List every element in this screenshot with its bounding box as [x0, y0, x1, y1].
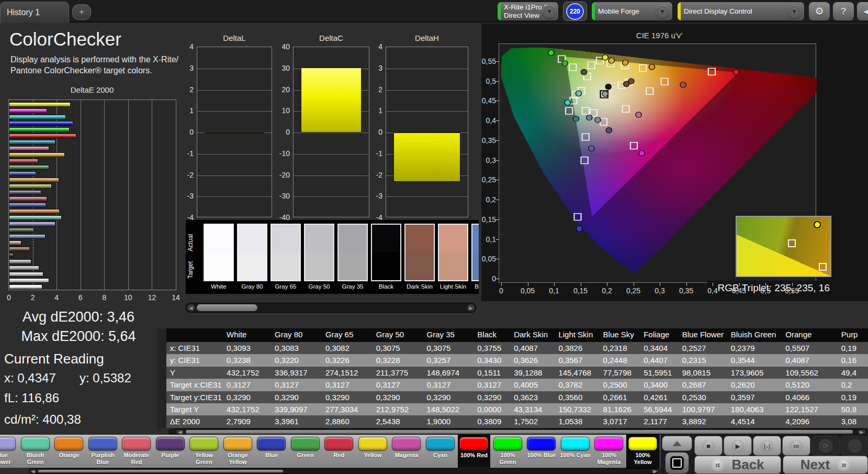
patch-preview-strip: Actual Target WhiteGray 80Gray 65Gray 50… [186, 220, 479, 294]
pattern-purple[interactable]: Purple [154, 435, 187, 468]
meter-dropdown[interactable]: X-Rite i1Pro 2 Direct View ▼ [497, 2, 559, 21]
pattern-window-button[interactable] [665, 452, 689, 474]
cie-x-tick-label: 0,05 [521, 286, 535, 295]
pattern-orange[interactable]: Orange [53, 435, 85, 468]
column-header: Light Skin [555, 328, 599, 342]
y-tick-label: -10 [272, 149, 290, 158]
pattern-100-green[interactable]: 100% Green [492, 435, 524, 468]
x-tick-label: 6 [78, 293, 83, 302]
y-tick-label: -3 [365, 192, 382, 200]
pattern-orange-yellow[interactable]: Orange Yellow [222, 435, 254, 468]
tick-mark [607, 283, 607, 286]
de-bar-100-yellow [9, 102, 71, 107]
meter-count-badge[interactable]: 220 [563, 2, 587, 21]
table-cell: 0,2379 [727, 342, 782, 354]
target-color [339, 252, 367, 280]
pattern-100-red[interactable]: 100% Red [458, 435, 490, 468]
pattern-purplish-blue[interactable]: Purplish Blue [87, 435, 119, 468]
scroll-right-icon[interactable]: ▶ [467, 304, 475, 311]
table-cell: 0,2448 [600, 354, 640, 366]
tick-mark [581, 283, 581, 286]
scroll-left-icon[interactable]: ◀ [187, 304, 195, 311]
color-chip [324, 437, 353, 450]
infinity-button[interactable]: ∞ [782, 436, 810, 456]
stop-button[interactable]: ■ [694, 436, 723, 456]
table-cell: 150,7332 [555, 403, 599, 415]
expand-panel-button[interactable] [662, 436, 692, 451]
tick-mark [496, 200, 499, 200]
table-row: Target Y432,1752339,9097277,3034212,9752… [157, 403, 868, 415]
column-header: Purp [838, 328, 868, 342]
next-button[interactable]: Next » [783, 456, 868, 474]
de-bar-orange [9, 209, 60, 214]
pattern-strip-scrollbar[interactable]: ◀ ▶ [29, 468, 659, 474]
blank-button[interactable] [841, 436, 868, 456]
pattern-green[interactable]: Green [289, 435, 322, 468]
pattern-100-yellow[interactable]: 100% Yellow [627, 435, 659, 468]
table-cell: 4,2096 [782, 415, 837, 427]
pattern-100-magenta[interactable]: 100% Magenta [593, 435, 625, 468]
play-button[interactable]: ▶ [724, 436, 752, 456]
table-cell: 0,2500 [600, 379, 640, 391]
patch-label: Gray 50 [304, 283, 334, 290]
scroll-left-icon[interactable]: ◀ [30, 470, 36, 472]
scroll-left-icon[interactable]: ◀ [176, 430, 184, 434]
collapse-button[interactable]: ◀ [856, 2, 868, 21]
meter-mode: Direct View [504, 12, 548, 20]
tick-mark [496, 140, 499, 141]
source-dropdown[interactable]: Mobile Forge ▼ [591, 2, 673, 21]
tab-history-1[interactable]: History 1 [0, 2, 69, 23]
pattern-bluish-green[interactable]: Bluish Green [19, 435, 52, 468]
back-button[interactable]: « Back [694, 456, 781, 474]
scroll-right-icon[interactable]: ▶ [652, 470, 658, 472]
gridline [294, 175, 369, 176]
table-cell: 0,3075 [373, 342, 423, 354]
add-tab-button[interactable]: + [72, 4, 91, 20]
pattern-blue[interactable]: Blue [255, 435, 288, 468]
patch-gray-50 [304, 224, 334, 281]
settings-button[interactable]: ⚙ [808, 2, 830, 21]
pattern-blue-flower[interactable]: Blue Flower [0, 435, 18, 468]
table-cell: 0,1511 [474, 367, 510, 379]
measured-point [548, 50, 554, 56]
pattern-100-cyan[interactable]: 100% Cyan [559, 435, 592, 468]
table-cell: 0,5120 [782, 379, 837, 391]
help-button[interactable]: ? [832, 2, 854, 21]
refresh-button[interactable]: ⟳ [811, 436, 840, 456]
y-tick-label: -2 [365, 171, 382, 179]
pattern-red[interactable]: Red [323, 435, 355, 468]
pattern-yellow[interactable]: Yellow [357, 435, 389, 468]
column-header: Blue Sky [600, 328, 640, 342]
patch-strip-scrollbar[interactable]: ◀ ▶ [186, 303, 476, 313]
tick-mark [496, 180, 499, 180]
scrollbar-thumb[interactable] [186, 430, 853, 434]
reading-x: x: 0,4347 [4, 371, 56, 385]
page-subtitle: Display analysis is performed with the X… [10, 54, 184, 76]
pattern-cyan[interactable]: Cyan [424, 435, 457, 468]
measured-point [733, 69, 739, 75]
pattern-magenta[interactable]: Magenta [390, 435, 423, 468]
x-tick-label: 4 [54, 293, 59, 302]
y-tick-label: 3 [176, 64, 194, 72]
table-cell: 49,4 [838, 367, 868, 379]
workflow-dropdown[interactable]: Direct Display Control ▼ [677, 2, 805, 21]
table-cell: 0,3127 [474, 379, 510, 391]
scrollbar-thumb[interactable] [197, 304, 257, 311]
table-cell: 0,4005 [510, 379, 555, 391]
de-bar-blue [9, 171, 36, 176]
measured-point [608, 58, 614, 63]
scroll-right-icon[interactable]: ▶ [858, 430, 865, 434]
table-cell: 0,19 [838, 391, 868, 403]
loop-button[interactable]: [–] [753, 436, 781, 456]
de-bar-blue-flower [9, 222, 55, 226]
cie-y-tick-label: 0,55 [473, 57, 496, 65]
gridline [386, 111, 468, 112]
color-chip [561, 437, 590, 450]
reading-fl: fL: 116,86 [4, 391, 59, 405]
column-header: Dark Skin [510, 328, 555, 342]
pattern-yellow-green[interactable]: Yellow Green [188, 435, 220, 468]
pattern-moderate-red[interactable]: Moderate Red [120, 435, 153, 468]
table-cell: 173,9605 [727, 367, 782, 379]
scrollbar-thumb[interactable] [38, 470, 283, 472]
pattern-100-blue[interactable]: 100% Blue [525, 435, 558, 468]
